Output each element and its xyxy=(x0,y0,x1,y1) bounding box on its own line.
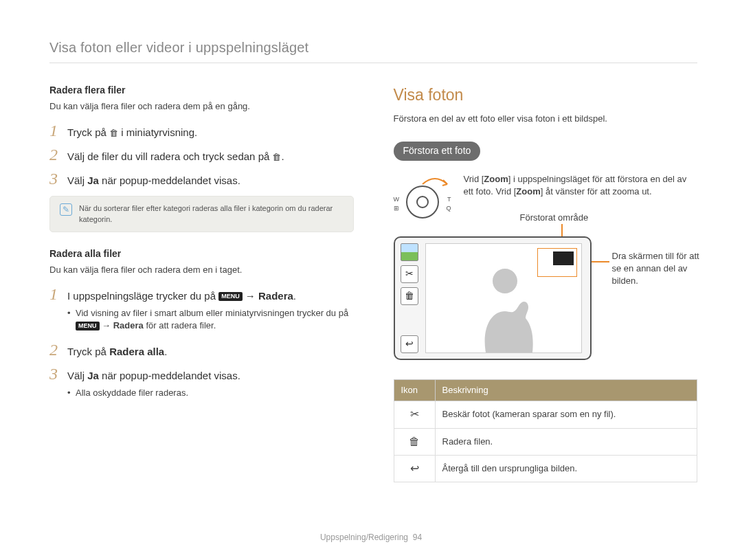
trash-icon: 🗑 xyxy=(394,428,435,455)
tool-column: ✂ 🗑 xyxy=(401,243,418,305)
table-cell: Återgå till den ursprungliga bilden. xyxy=(435,455,697,482)
delete-button[interactable]: 🗑 xyxy=(401,287,418,305)
table-cell: Radera filen. xyxy=(435,428,697,455)
right-column: Visa foton Förstora en del av ett foto e… xyxy=(394,84,698,482)
intro-delete-all: Du kan välja flera filer och radera dem … xyxy=(49,264,354,276)
step-number: 1 xyxy=(49,286,60,302)
back-button[interactable]: ↩ xyxy=(401,335,418,353)
step-text: Tryck på xyxy=(67,346,109,357)
step-text: Välj de filer du vill radera och tryck s… xyxy=(67,150,272,162)
step-text: Välj xyxy=(67,370,87,381)
callout-top: Förstorat område xyxy=(520,212,589,224)
step-text: Vid visning av filer i smart album eller… xyxy=(76,308,348,318)
step-text: I uppspelningsläge trycker du på xyxy=(67,290,218,302)
menu-icon: MENU xyxy=(76,322,100,331)
step-bold: Ja xyxy=(87,370,99,381)
step-bold: Radera alla xyxy=(109,346,164,357)
list-item: 3 Välj Ja när popup-meddelandet visas. xyxy=(49,170,354,188)
step-text: för att radera filer. xyxy=(144,320,216,331)
note-text: När du sorterar filer efter kategori rad… xyxy=(79,203,344,225)
list-item: 1 Tryck på 🗑 i miniatyrvisning. xyxy=(49,122,354,139)
sub-bullet-item: Vid visning av filer i smart album eller… xyxy=(67,307,354,332)
step-text: i miniatyrvisning. xyxy=(118,126,197,138)
step-text: → xyxy=(243,290,258,302)
back-icon: ↩ xyxy=(394,455,435,482)
sub-bullet-item: Alla oskyddade filer raderas. xyxy=(67,387,240,399)
list-item: 3 Välj Ja när popup-meddelandet visas. A… xyxy=(49,366,354,402)
table-row: 🗑 Radera filen. xyxy=(394,428,697,455)
section-title: Visa foton xyxy=(394,84,698,106)
device-screen: ✂ 🗑 ↩ xyxy=(394,236,592,360)
step-number: 2 xyxy=(49,341,60,358)
heading-delete-all: Radera alla filer xyxy=(49,247,354,261)
steps-delete-all: 1 I uppspelningsläge trycker du på MENU … xyxy=(49,286,354,403)
step-text: när popup-meddelandet visas. xyxy=(99,175,240,186)
intro-delete-multiple: Du kan välja flera filer och radera dem … xyxy=(49,100,354,113)
footer-label: Uppspelning/Redigering xyxy=(320,533,408,542)
step-text: . xyxy=(164,346,167,357)
callout-right: Dra skärmen till för att se en annan del… xyxy=(612,250,708,288)
screen-illustration: Förstorat område Dra skärmen till för at… xyxy=(394,236,698,360)
steps-delete-multiple: 1 Tryck på 🗑 i miniatyrvisning. 2 Välj d… xyxy=(49,122,354,188)
thumbnail-icon xyxy=(401,243,418,261)
scissors-icon: ✂ xyxy=(394,401,435,428)
photo-area[interactable] xyxy=(425,243,582,353)
dial-label-right: TQ xyxy=(446,195,451,212)
step-text: → xyxy=(100,320,113,331)
step-bold: Radera xyxy=(258,290,293,302)
step-number: 3 xyxy=(49,170,60,187)
page-footer: Uppspelning/Redigering 94 xyxy=(0,532,742,544)
note-box: ✎ När du sorterar filer efter kategori r… xyxy=(49,196,354,232)
dial-label-left: W⊞ xyxy=(394,195,400,212)
crop-button[interactable]: ✂ xyxy=(401,265,418,283)
section-intro: Förstora en del av ett foto eller visa f… xyxy=(394,113,698,125)
table-row: ✂ Beskär fotot (kameran sparar som en ny… xyxy=(394,401,697,428)
step-text: . xyxy=(293,290,296,302)
footer-page: 94 xyxy=(413,533,422,542)
table-cell: Beskär fotot (kameran sparar som en ny f… xyxy=(435,401,697,428)
trash-icon: 🗑 xyxy=(272,152,281,162)
zoom-instruction: Vrid [Zoom] i uppspelningsläget för att … xyxy=(464,173,698,198)
table-header-row: Ikon Beskrivning xyxy=(394,379,697,401)
step-text: . xyxy=(281,150,284,162)
table-row: ↩ Återgå till den ursprungliga bilden. xyxy=(394,455,697,482)
note-icon: ✎ xyxy=(60,203,72,216)
step-text: Tryck på xyxy=(67,126,109,138)
step-text: när popup-meddelandet visas. xyxy=(99,370,240,381)
pill-enlarge: Förstora ett foto xyxy=(394,142,481,161)
list-item: 2 Välj de filer du vill radera och tryck… xyxy=(49,146,354,164)
step-number: 1 xyxy=(49,122,60,139)
icon-table: Ikon Beskrivning ✂ Beskär fotot (kameran… xyxy=(394,379,698,482)
content-columns: Radera flera filer Du kan välja flera fi… xyxy=(49,84,697,482)
menu-icon: MENU xyxy=(218,292,243,301)
step-number: 2 xyxy=(49,146,60,163)
table-header: Beskrivning xyxy=(435,379,697,401)
step-bold: Radera xyxy=(113,320,144,331)
arrow-icon xyxy=(420,173,450,187)
step-bold: Ja xyxy=(87,175,99,186)
page-header: Visa foton eller videor i uppspelningslä… xyxy=(49,38,697,63)
minimap xyxy=(537,248,577,277)
list-item: 1 I uppspelningsläge trycker du på MENU … xyxy=(49,286,354,335)
silhouette-icon xyxy=(464,256,546,352)
callout-line xyxy=(592,261,609,262)
heading-delete-multiple: Radera flera filer xyxy=(49,84,354,98)
trash-icon: 🗑 xyxy=(109,128,118,138)
table-header: Ikon xyxy=(394,379,435,401)
minimap-viewport xyxy=(553,251,574,265)
step-text: Välj xyxy=(67,175,87,186)
left-column: Radera flera filer Du kan välja flera fi… xyxy=(49,84,354,482)
zoom-dial: W⊞ TQ xyxy=(394,173,451,219)
step-number: 3 xyxy=(49,366,60,382)
list-item: 2 Tryck på Radera alla. xyxy=(49,341,354,359)
